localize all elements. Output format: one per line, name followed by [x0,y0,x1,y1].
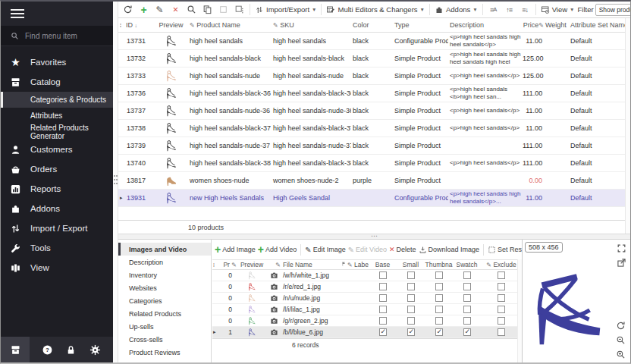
column-header-exclude[interactable]: ✎ Exclude [481,261,522,268]
tab-cross-sells[interactable]: Cross-sells [118,333,211,346]
tab-product-reviews[interactable]: Product Reviews [118,346,211,359]
base-checkbox[interactable] [379,283,387,290]
cell-swatch[interactable] [453,328,481,336]
menu-search-input[interactable] [25,32,101,40]
image-row[interactable]: ▸ 1 /b/l/blue_6.jpg [212,327,522,338]
exclude-checkbox[interactable] [498,328,505,336]
cell-base[interactable] [369,306,397,313]
set-resize-rule-button[interactable]: Set Resize Rule [488,246,522,254]
column-header-base[interactable]: Base [369,261,397,268]
swatch-checkbox[interactable] [463,283,471,290]
store-button[interactable] [1,337,30,362]
image-row[interactable]: 0 /g/r/green_2.jpg [212,315,522,327]
tab-websites[interactable]: Websites [118,281,211,294]
open-external-icon[interactable] [617,258,626,268]
product-row[interactable]: 13737 high heel sandals-nude-36 high hee… [118,102,625,120]
product-row[interactable]: 13731 high heel sandals high heel sandal… [118,33,625,50]
tab-description[interactable]: Description [118,256,211,268]
cell-thumbnail[interactable] [425,294,453,302]
product-row[interactable]: 13732 high heel sandals-black high heel … [118,50,625,67]
column-header-file-name[interactable]: File Name [281,261,341,268]
cell-base[interactable] [369,283,397,290]
sidebar-item-tools[interactable]: Tools [1,238,113,258]
small-checkbox[interactable] [407,283,415,290]
column-header-product-name[interactable]: ✎ Product Name [188,21,272,29]
cell-exclude[interactable] [481,306,522,313]
exclude-checkbox[interactable] [498,271,505,279]
exclude-checkbox[interactable] [498,306,505,313]
add-video-button[interactable]: +Add Video [258,243,297,256]
cell-exclude[interactable] [481,283,522,290]
column-header-price[interactable]: Price✎ [521,21,544,29]
image-row[interactable]: 0 /w/h/white_1.jpg [212,270,522,281]
sidebar-item-customers[interactable]: Customers [1,140,113,159]
cell-base[interactable] [369,317,397,325]
cell-swatch[interactable] [453,306,481,313]
sidebar-item-reports[interactable]: Reports [1,179,113,199]
view-menu[interactable]: View▼ [539,5,576,14]
thumbnail-checkbox[interactable] [435,294,443,302]
product-row[interactable]: ▸ 13931 new High Heels Sandals High Geel… [118,190,625,207]
cell-small[interactable] [397,317,425,325]
delete-product-button[interactable]: ✕ [168,3,183,17]
product-row[interactable]: 13733 high heel sandals-nude high heel s… [118,67,625,85]
edit-product-button[interactable]: ✎ [152,3,167,17]
add-image-button[interactable]: +Add Image [215,243,256,256]
cell-swatch[interactable] [453,317,481,325]
base-checkbox[interactable] [379,294,387,302]
base-checkbox[interactable] [379,317,387,325]
sidebar-item-catalog[interactable]: Catalog [1,72,113,92]
tab-categories[interactable]: Categories [118,294,211,307]
column-header-color[interactable]: Color [351,21,393,29]
multi-editors-menu[interactable]: Multi Editors & Changers▼ [325,5,426,14]
column-header-sku[interactable]: ✎ SKU [272,21,351,29]
column-header-swatch[interactable]: Swatch [453,261,481,268]
cell-small[interactable] [397,271,425,279]
product-row[interactable]: 13740 high heel sandals-black-38 high he… [118,155,625,172]
swatch-checkbox[interactable] [463,328,471,336]
cell-small[interactable] [397,294,425,302]
paste-button[interactable] [216,3,231,17]
cell-small[interactable] [397,283,425,290]
product-row[interactable]: 13736 high heel sandals-black-36 high he… [118,85,625,102]
column-header-attribute-set[interactable]: Attribute Set Name [567,21,625,29]
sidebar-item-favorites[interactable]: ★Favorites [1,52,113,72]
thumbnail-checkbox[interactable] [435,283,443,290]
cell-small[interactable] [397,328,425,336]
fit-screen-icon[interactable] [617,243,626,253]
add-product-button[interactable]: + [137,3,151,17]
cell-exclude[interactable] [481,317,522,325]
grid-vertical-scrollbar[interactable] [625,18,630,234]
image-row[interactable]: 0 /r/e/red_1.jpg [212,281,522,293]
exclude-checkbox[interactable] [498,294,505,302]
swatch-checkbox[interactable] [463,306,471,313]
sort-descending-button[interactable]: ≡↓ [518,3,532,17]
column-header-label[interactable]: ✎ Label [347,261,369,268]
cell-thumbnail[interactable] [425,283,453,290]
small-checkbox[interactable] [407,294,415,302]
sidebar-item-orders[interactable]: Orders [1,159,113,179]
product-row[interactable]: 13738 high heel sandals-black-37 high he… [118,120,625,137]
column-header-position[interactable]: Pr ✎ [218,261,237,268]
small-checkbox[interactable] [407,271,415,279]
cell-small[interactable] [397,306,425,313]
base-checkbox[interactable] [379,271,387,279]
small-checkbox[interactable] [407,317,415,325]
column-header-type[interactable]: Type [393,21,448,29]
copy-button[interactable] [200,3,215,17]
cell-swatch[interactable] [453,294,481,302]
cell-base[interactable] [369,328,397,336]
help-icon[interactable] [42,344,53,356]
download-image-button[interactable]: Download Image [419,246,480,254]
sort-by-button[interactable]: ≡A [486,3,501,17]
addons-menu[interactable]: Addons▼ [433,5,479,14]
duplicate-button[interactable] [232,3,246,17]
delete-image-button[interactable]: ✕Delete [389,246,416,253]
sidebar-item-categories-products[interactable]: Categories & Products [1,92,113,108]
column-header-id[interactable]: ID ↓ [124,21,152,29]
tab-images-and-video[interactable]: Images and Video [118,243,211,256]
image-row[interactable]: 0 /n/u/nude.jpg [212,293,522,304]
lock-icon[interactable] [65,344,77,356]
panel-splitter-horizontal[interactable]: ⋯ [118,234,630,240]
tab-inventory[interactable]: Inventory [118,268,211,281]
